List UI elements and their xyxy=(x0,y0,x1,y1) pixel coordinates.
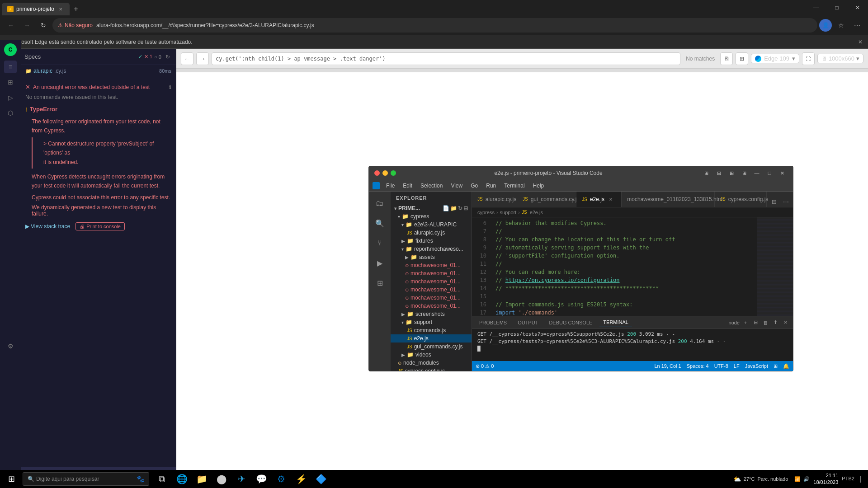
vscode-maximize-button[interactable] xyxy=(391,170,396,176)
videos-folder[interactable]: ▶ 📁 videos xyxy=(391,351,472,359)
statusbar-spaces[interactable]: Spaces: 4 xyxy=(687,363,709,369)
cypress-run-icon[interactable]: ▷ xyxy=(4,91,17,104)
selector-options-button[interactable]: ⊞ xyxy=(736,52,748,65)
vscode-close-ctrl[interactable]: ✕ xyxy=(777,168,788,178)
new-file-icon[interactable]: 📄 xyxy=(443,205,449,211)
e2e-alurapic-folder[interactable]: ▾ 📁 e2e\3-ALURAPIC xyxy=(391,221,472,229)
menu-go[interactable]: Go xyxy=(467,182,481,190)
vscode-minimize-ctrl[interactable]: — xyxy=(751,168,762,178)
taskbar-widgets-icon[interactable]: ⧉ xyxy=(153,470,171,488)
extensions-activity-icon[interactable]: ⊞ xyxy=(372,275,388,291)
tab-e2e-close[interactable]: ✕ xyxy=(609,197,613,202)
node-modules-file[interactable]: ⊙ node_modules xyxy=(391,359,472,367)
cypress-specs-icon[interactable]: ≡ xyxy=(4,61,17,73)
mochawesome-file-4[interactable]: ⊙ mochawesome_01... xyxy=(391,286,472,294)
cypress-debug-icon[interactable]: ⬡ xyxy=(4,107,17,119)
vscode-minimize-button[interactable] xyxy=(382,170,388,176)
menu-file[interactable]: File xyxy=(382,182,398,190)
taskbar-chrome-icon[interactable]: ⬤ xyxy=(212,470,231,488)
browser-tab-active[interactable]: ⚡ primeiro-projeto ✕ xyxy=(2,3,70,15)
search-activity-icon[interactable]: 🔍 xyxy=(372,215,388,231)
menu-run[interactable]: Run xyxy=(482,182,500,190)
favorites-button[interactable]: ☆ xyxy=(834,18,848,33)
tab-output[interactable]: OUTPUT xyxy=(514,318,542,327)
taskbar-edge2-icon[interactable]: 🔷 xyxy=(312,470,330,488)
statusbar-errors[interactable]: ⊗ 0 ⚠ 0 xyxy=(476,363,494,369)
menu-terminal[interactable]: Terminal xyxy=(500,182,528,190)
menu-edit[interactable]: Edit xyxy=(399,182,416,190)
e2e-js-file[interactable]: JS e2e.js xyxy=(391,334,472,343)
print-console-button[interactable]: 🖨 Print to console xyxy=(75,222,125,230)
cypress-logo[interactable]: C xyxy=(4,49,17,56)
statusbar-eol[interactable]: LF xyxy=(734,363,740,369)
taskbar-search-bar[interactable]: 🔍 Digite aqui para pesquisar 🐾 xyxy=(23,472,149,486)
code-content[interactable]: // behavior that modifies Cypress. // //… xyxy=(490,217,757,316)
statusbar-bell-icon[interactable]: 🔔 xyxy=(783,363,789,369)
taskbar-telegram-icon[interactable]: ✈ xyxy=(232,470,250,488)
tab-mochawesome[interactable]: mochawesome_01182023_133815.html xyxy=(622,192,715,207)
start-button[interactable]: ⊞ xyxy=(0,470,23,488)
profile-button[interactable]: 👤 xyxy=(819,19,832,32)
close-button[interactable]: ✕ xyxy=(847,0,868,15)
more-actions-button[interactable]: ⋯ xyxy=(780,196,791,207)
terminal-close-button[interactable]: ✕ xyxy=(781,319,789,327)
maximize-button[interactable]: □ xyxy=(826,0,847,15)
statusbar-format-icon[interactable]: ⊞ xyxy=(774,363,778,369)
forward-button[interactable]: → xyxy=(20,18,34,33)
tab-debug-console[interactable]: DEBUG CONSOLE xyxy=(545,318,596,327)
show-desktop-button[interactable]: | xyxy=(858,475,863,483)
infobar-close-button[interactable]: ✕ xyxy=(858,39,863,45)
statusbar-encoding[interactable]: UTF-8 xyxy=(714,363,728,369)
vscode-layout-icon-3[interactable]: ⊞ xyxy=(726,168,737,178)
tab-gui-commands[interactable]: JS gui_commands.cy.js xyxy=(517,192,576,207)
cypress-settings-icon[interactable]: ⚙ xyxy=(4,340,17,352)
error-info-icon[interactable]: ℹ xyxy=(169,84,171,90)
preview-back-button[interactable]: ← xyxy=(181,52,193,65)
tab-terminal[interactable]: TERMINAL xyxy=(599,318,632,327)
debug-activity-icon[interactable]: ▶ xyxy=(372,255,388,271)
vscode-layout-icon-2[interactable]: ⊟ xyxy=(713,168,724,178)
refresh-button[interactable]: ↻ xyxy=(36,18,51,33)
statusbar-line-col[interactable]: Ln 19, Col 1 xyxy=(654,363,681,369)
terminal-maximize-button[interactable]: ⬆ xyxy=(771,319,779,327)
selector-bar[interactable]: cy.get(':nth-child(1) > ap-vmessage > .t… xyxy=(212,52,680,65)
mochawesome-file-2[interactable]: ⊙ mochawesome_01... xyxy=(391,269,472,277)
vscode-layout-icon-1[interactable]: ⊞ xyxy=(701,168,712,178)
copy-selector-button[interactable]: ⎘ xyxy=(720,52,733,65)
gui-commands-file[interactable]: JS gui_commands.cy.js xyxy=(391,343,472,351)
menu-view[interactable]: View xyxy=(447,182,466,190)
mochawesome-file-1[interactable]: ⊙ mochawesome_01... xyxy=(391,261,472,269)
statusbar-language[interactable]: JavaScript xyxy=(745,363,768,369)
taskbar-explorer-icon[interactable]: 📁 xyxy=(193,470,211,488)
alurapic-cy-file[interactable]: JS alurapic.cy.js xyxy=(391,229,472,237)
taskbar-vscode-icon[interactable]: ⚙ xyxy=(272,470,290,488)
back-button[interactable]: ← xyxy=(4,18,18,33)
taskbar-discord-icon[interactable]: 💬 xyxy=(252,470,270,488)
terminal-split-button[interactable]: ⊟ xyxy=(751,319,760,327)
collapse-icon[interactable]: ⊟ xyxy=(463,205,468,211)
project-folder[interactable]: ▾ PRIME... 📄 📁 ↻ ⊟ xyxy=(391,204,472,212)
refresh-specs-button[interactable]: ↻ xyxy=(163,52,172,61)
menu-help[interactable]: Help xyxy=(529,182,548,190)
vscode-restore-ctrl[interactable]: □ xyxy=(764,168,775,178)
mochawesome-file-6[interactable]: ⊙ mochawesome_01... xyxy=(391,302,472,310)
taskbar-cypress-icon[interactable]: ⚡ xyxy=(292,470,310,488)
spec-file-item[interactable]: 📁 alurapic .cy.js 80ms xyxy=(21,65,176,77)
mochawesome-file-5[interactable]: ⊙ mochawesome_01... xyxy=(391,294,472,302)
tab-cypress-config[interactable]: JS cypress.config.js xyxy=(715,192,767,207)
vscode-close-button[interactable] xyxy=(374,170,380,176)
terminal-trash-button[interactable]: 🗑 xyxy=(761,319,769,327)
refresh-folder-icon[interactable]: ↻ xyxy=(458,205,462,211)
preview-forward-button[interactable]: → xyxy=(196,52,209,65)
fixtures-folder[interactable]: ▶ 📁 fixtures xyxy=(391,237,472,245)
taskbar-edge-icon[interactable]: 🌐 xyxy=(173,470,191,488)
screenshots-folder[interactable]: ▶ 📁 screenshots xyxy=(391,310,472,318)
new-folder-icon[interactable]: 📁 xyxy=(450,205,457,211)
settings-button[interactable]: ⋯ xyxy=(850,18,864,33)
new-tab-button[interactable]: + xyxy=(70,3,82,15)
report-folder[interactable]: ▾ 📁 report\mochaweso... xyxy=(391,245,472,253)
tab-problems[interactable]: PROBLEMS xyxy=(476,318,510,327)
terminal-add-button[interactable]: + xyxy=(741,319,750,327)
commands-js-file[interactable]: JS commands.js xyxy=(391,326,472,334)
tab-e2e-js[interactable]: JS e2e.js ✕ xyxy=(576,192,622,207)
